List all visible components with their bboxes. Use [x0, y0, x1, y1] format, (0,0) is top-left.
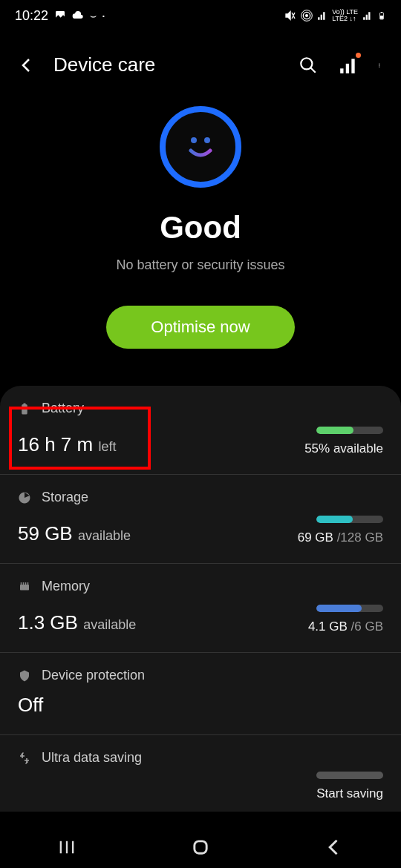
- svg-rect-9: [346, 63, 349, 73]
- storage-available: 69 GB /128 GB: [298, 530, 383, 545]
- search-icon[interactable]: [299, 56, 318, 75]
- storage-progress: [316, 516, 383, 523]
- ultra-data-progress: [316, 772, 383, 779]
- signal-strength-icon[interactable]: [339, 56, 358, 75]
- svg-point-14: [191, 137, 197, 143]
- memory-icon: [18, 580, 31, 594]
- battery-progress: [316, 427, 383, 434]
- memory-available: 4.1 GB /6 GB: [308, 619, 383, 634]
- recents-icon[interactable]: [56, 837, 77, 858]
- nav-back-icon[interactable]: [324, 837, 345, 858]
- battery-available: 55% available: [304, 441, 383, 456]
- signal-2-icon: [362, 10, 373, 22]
- storage-icon: [18, 491, 31, 504]
- storage-item[interactable]: Storage 59 GB available 69 GB /128 GB: [0, 475, 401, 564]
- network-label: Vo)) LTELTE2 ↓↑: [332, 9, 358, 22]
- memory-progress: [316, 605, 383, 612]
- optimise-button[interactable]: Optimise now: [106, 306, 294, 349]
- svg-rect-16: [22, 404, 27, 415]
- svg-rect-10: [351, 59, 354, 73]
- signal-1-icon: [317, 10, 327, 22]
- battery-label: Battery: [42, 401, 84, 416]
- svg-rect-5: [381, 12, 382, 13]
- cloud-icon: [72, 10, 84, 22]
- back-icon[interactable]: [18, 56, 36, 74]
- nav-bar: [0, 826, 401, 868]
- svg-point-15: [204, 137, 210, 143]
- smile-indicator-icon: ⌣: [90, 10, 97, 22]
- ultra-data-item[interactable]: Ultra data saving Start saving: [0, 735, 401, 812]
- status-title: Good: [18, 210, 383, 246]
- hotspot-icon: [301, 10, 313, 22]
- svg-point-1: [305, 14, 308, 17]
- smiley-icon: [182, 128, 219, 165]
- battery-status-icon: [377, 10, 386, 22]
- shield-icon: [18, 669, 31, 683]
- status-ring-icon: [160, 106, 241, 188]
- battery-right: 55% available: [304, 427, 383, 456]
- dot-indicator-icon: •: [102, 13, 105, 19]
- svg-point-13: [379, 66, 379, 67]
- svg-point-11: [379, 63, 379, 64]
- battery-icon: [18, 402, 31, 415]
- protection-label: Device protection: [42, 668, 145, 683]
- svg-point-12: [379, 65, 379, 65]
- status-right: Vo)) LTELTE2 ↓↑: [284, 9, 386, 22]
- svg-rect-17: [24, 403, 26, 404]
- storage-right: 69 GB /128 GB: [298, 516, 383, 545]
- status-time: 10:22: [15, 8, 48, 24]
- gallery-icon: [54, 10, 66, 22]
- memory-right: 4.1 GB /6 GB: [308, 605, 383, 634]
- protection-item[interactable]: Device protection Off: [0, 653, 401, 735]
- details-panel: Battery 16 h 7 m left 55% available Stor…: [0, 386, 401, 812]
- app-header: Device care: [0, 31, 401, 91]
- svg-rect-18: [20, 585, 29, 591]
- battery-item[interactable]: Battery 16 h 7 m left 55% available: [0, 386, 401, 475]
- ultra-data-text: Start saving: [316, 786, 383, 801]
- status-bar: 10:22 ⌣ • Vo)) LTELTE2 ↓↑: [0, 0, 401, 31]
- memory-item[interactable]: Memory 1.3 GB available 4.1 GB /6 GB: [0, 564, 401, 653]
- protection-value: Off: [18, 694, 43, 717]
- data-saving-icon: [18, 752, 31, 765]
- storage-label: Storage: [42, 490, 88, 505]
- battery-value: 16 h 7 m left: [18, 433, 116, 456]
- storage-value: 59 GB available: [18, 522, 131, 545]
- status-section: Good No battery or security issues Optim…: [0, 91, 401, 371]
- status-subtitle: No battery or security issues: [18, 257, 383, 273]
- memory-value: 1.3 GB available: [18, 611, 136, 634]
- svg-rect-8: [340, 68, 343, 73]
- notification-dot-icon: [356, 53, 361, 58]
- svg-rect-6: [380, 16, 383, 19]
- ultra-data-right: Start saving: [316, 772, 383, 801]
- home-icon[interactable]: [190, 837, 211, 858]
- ultra-data-label: Ultra data saving: [42, 750, 142, 766]
- page-title: Device care: [53, 53, 281, 76]
- mute-icon: [284, 10, 296, 22]
- svg-rect-19: [195, 841, 206, 853]
- memory-label: Memory: [42, 579, 90, 594]
- status-left: 10:22 ⌣ •: [15, 8, 105, 24]
- more-icon[interactable]: [379, 56, 383, 75]
- svg-point-7: [301, 58, 312, 69]
